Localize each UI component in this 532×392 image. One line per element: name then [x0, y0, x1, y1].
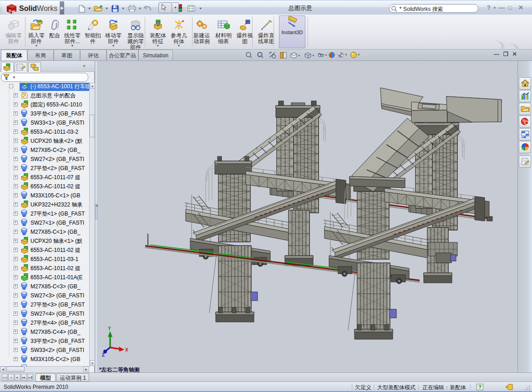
svg-text:S: S	[9, 9, 11, 13]
svg-text:W: W	[12, 10, 16, 14]
svg-text:X: X	[125, 347, 128, 352]
svg-text:Z: Z	[102, 352, 105, 357]
svg-text:*左右二等角轴测: *左右二等角轴测	[99, 367, 140, 372]
svg-text:Y: Y	[108, 326, 111, 331]
